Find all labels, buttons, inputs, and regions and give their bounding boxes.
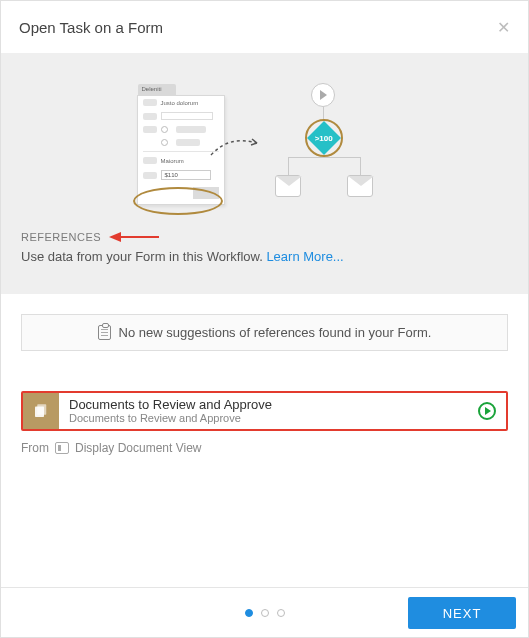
learn-more-link[interactable]: Learn More... [266,249,343,264]
content-area: No new suggestions of references found i… [1,294,528,455]
mock-form-tab: Deleniti [138,84,176,96]
reference-item[interactable]: Documents to Review and Approve Document… [21,391,508,431]
step-dots [245,609,285,617]
step-dot-2[interactable] [261,609,269,617]
dialog-title: Open Task on a Form [19,19,163,36]
highlight-ellipse-icon [133,187,223,215]
mock-flow: >100 [253,83,393,213]
mock-price: $110 [161,170,211,180]
email-node-icon [275,175,301,197]
run-icon[interactable] [478,402,496,420]
references-description: Use data from your Form in this Workflow… [21,249,508,264]
dashed-arrow-icon [209,133,269,163]
reference-subtitle: Documents to Review and Approve [69,412,468,425]
next-button[interactable]: NEXT [408,597,516,629]
start-node-icon [311,83,335,107]
mock-row-1: Justo dolorum [161,100,199,106]
condition-node-icon: >100 [305,119,343,157]
from-row: From Display Document View [21,441,508,455]
document-stack-icon [23,393,59,429]
clipboard-icon [98,325,111,340]
no-suggestions-text: No new suggestions of references found i… [119,325,432,340]
step-dot-1[interactable] [245,609,253,617]
reference-title: Documents to Review and Approve [69,397,468,413]
no-suggestions-bar: No new suggestions of references found i… [21,314,508,351]
illustration: Deleniti Justo dolorum Maiorum $110 >100 [21,73,508,223]
dialog-header: Open Task on a Form ✕ [1,1,528,53]
view-icon [55,442,69,454]
step-dot-3[interactable] [277,609,285,617]
references-heading: REFERENCES [21,231,101,243]
from-view-name: Display Document View [75,441,202,455]
intro-panel: Deleniti Justo dolorum Maiorum $110 >100 [1,53,528,294]
svg-rect-1 [37,404,46,415]
email-node-icon [347,175,373,197]
close-icon[interactable]: ✕ [497,18,510,37]
from-label: From [21,441,49,455]
dialog-footer: NEXT [1,587,528,637]
callout-arrow-icon [109,232,159,242]
mock-row-2: Maiorum [161,158,184,164]
